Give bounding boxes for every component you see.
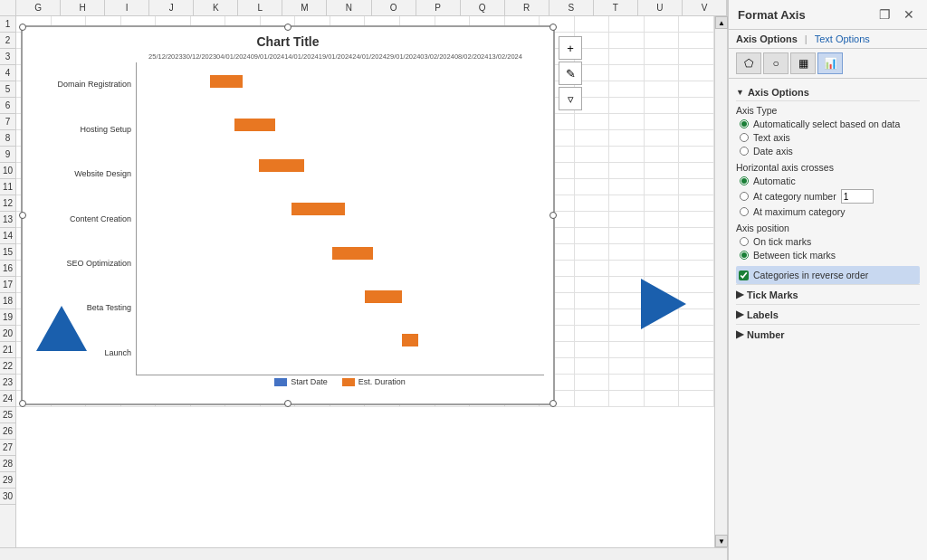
tab-axis-options[interactable]: Axis Options xyxy=(736,33,798,44)
handle-bl[interactable] xyxy=(19,400,26,407)
row-9: 9 xyxy=(0,147,15,163)
crosses-at-category[interactable]: At category number xyxy=(740,189,920,204)
col-K: K xyxy=(194,0,238,15)
axis-options-section-header[interactable]: ▼ Axis Options xyxy=(736,84,920,101)
tick-marks-arrow: ▶ xyxy=(736,289,743,300)
crosses-at-max[interactable]: At maximum category xyxy=(740,206,920,217)
handle-br[interactable] xyxy=(550,400,557,407)
panel-close-btn[interactable]: ✕ xyxy=(900,7,918,22)
chart-plot xyxy=(136,62,544,375)
number-arrow: ▶ xyxy=(736,328,743,340)
axis-type-auto-label: Automatically select based on data xyxy=(753,119,900,129)
position-on-ticks-label: On tick marks xyxy=(753,236,811,247)
gantt-bar-6 xyxy=(402,334,418,346)
y-label-4: SEO Optimization xyxy=(32,259,131,269)
axis-position-label: Axis position xyxy=(736,223,920,233)
categories-reverse-label[interactable]: Categories in reverse order xyxy=(739,270,917,280)
crosses-at-max-radio[interactable] xyxy=(740,207,749,216)
labels-arrow: ▶ xyxy=(736,308,743,320)
col-U: U xyxy=(638,0,683,15)
col-L: L xyxy=(238,0,282,15)
col-P: P xyxy=(416,0,461,15)
handle-tm[interactable] xyxy=(284,24,291,31)
tick-marks-section[interactable]: ▶ Tick Marks xyxy=(736,284,920,304)
tab-text-options[interactable]: Text Options xyxy=(815,33,870,44)
axis-type-group: Axis Type Automatically select based on … xyxy=(736,105,920,157)
col-Q: Q xyxy=(461,0,505,15)
axis-options-collapse-icon: ▼ xyxy=(736,88,744,97)
crosses-automatic[interactable]: Automatic xyxy=(740,176,920,186)
chart-styles-btn[interactable]: ✎ xyxy=(559,62,582,85)
y-label-0: Domain Registration xyxy=(32,80,131,90)
row-6: 6 xyxy=(0,98,15,114)
x-axis-dates: 25/12/202330/12/202304/01/202409/01/2024… xyxy=(127,51,544,62)
col-M: M xyxy=(282,0,327,15)
axis-type-date[interactable]: Date axis xyxy=(740,146,920,157)
position-between-ticks[interactable]: Between tick marks xyxy=(740,250,920,261)
crosses-at-category-radio[interactable] xyxy=(740,192,749,201)
axis-type-text-label: Text axis xyxy=(753,132,790,143)
row-28: 28 xyxy=(0,456,15,472)
categories-reverse-checkbox[interactable] xyxy=(739,271,749,280)
h-axis-crosses-radios: Automatic At category number At maximum … xyxy=(740,176,920,217)
gantt-bar-5 xyxy=(365,290,402,303)
row-2: 2 xyxy=(0,33,15,49)
col-T: T xyxy=(594,0,638,15)
chart-inner: Domain Registration Hosting Setup Websit… xyxy=(23,62,553,375)
row-11: 11 xyxy=(0,179,15,195)
gantt-bar-4 xyxy=(332,247,373,260)
gantt-bar-2 xyxy=(259,159,304,172)
y-label-3: Content Creation xyxy=(32,214,131,224)
axis-options-label: Axis Options xyxy=(748,87,809,98)
h-axis-crosses-label: Horizontal axis crosses xyxy=(736,162,920,173)
row-12: 12 xyxy=(0,195,15,212)
categories-reverse-text: Categories in reverse order xyxy=(753,270,868,280)
legend-start-date: Start Date xyxy=(274,377,328,386)
handle-tl[interactable] xyxy=(19,24,26,31)
handle-bm[interactable] xyxy=(284,400,291,407)
handle-tr[interactable] xyxy=(550,24,557,31)
icon-pentagon-btn[interactable]: ⬠ xyxy=(736,52,761,74)
categories-reverse-container: Categories in reverse order xyxy=(736,266,920,284)
number-section[interactable]: ▶ Number xyxy=(736,324,920,344)
gantt-bar-0 xyxy=(210,75,243,88)
col-V: V xyxy=(683,0,727,15)
icon-bar-chart-btn[interactable]: 📊 xyxy=(817,52,843,74)
handle-ml[interactable] xyxy=(19,212,26,219)
h-scrollbar[interactable] xyxy=(0,548,727,561)
chart-container[interactable]: Chart Title 25/12/202330/12/202304/01/20… xyxy=(21,25,555,405)
v-scrollbar[interactable]: ▲ ▼ xyxy=(714,16,727,547)
axis-type-text[interactable]: Text axis xyxy=(740,132,920,143)
position-on-ticks[interactable]: On tick marks xyxy=(740,236,920,247)
position-on-ticks-radio[interactable] xyxy=(740,237,749,246)
col-headers: G H I J K L M N O P Q R S T U V xyxy=(0,0,727,16)
number-label: Number xyxy=(747,329,785,340)
scroll-up-btn[interactable]: ▲ xyxy=(715,16,728,29)
row-25: 25 xyxy=(0,407,15,423)
legend-duration-label: Est. Duration xyxy=(358,377,406,386)
chart-filters-btn[interactable]: ▿ xyxy=(559,87,582,110)
row-24: 24 xyxy=(0,391,15,407)
axis-type-text-radio[interactable] xyxy=(740,133,749,142)
position-between-ticks-radio[interactable] xyxy=(740,251,749,260)
chart-tools: + ✎ ▿ xyxy=(559,36,582,110)
row-5: 5 xyxy=(0,81,15,98)
chart-elements-btn[interactable]: + xyxy=(559,36,582,60)
axis-type-auto-radio[interactable] xyxy=(740,119,749,128)
axis-type-date-radio[interactable] xyxy=(740,147,749,156)
icon-circle-btn[interactable]: ○ xyxy=(763,52,788,74)
tick-marks-label: Tick Marks xyxy=(747,289,798,300)
crosses-at-category-input[interactable] xyxy=(841,189,874,204)
crosses-auto-radio[interactable] xyxy=(740,176,749,185)
icon-size-btn[interactable]: ▦ xyxy=(790,52,816,74)
handle-mr[interactable] xyxy=(550,212,557,219)
row-22: 22 xyxy=(0,358,15,375)
row-8: 8 xyxy=(0,130,15,147)
row-3: 3 xyxy=(0,49,15,65)
axis-type-auto[interactable]: Automatically select based on data xyxy=(740,119,920,129)
labels-section[interactable]: ▶ Labels xyxy=(736,304,920,324)
scroll-down-btn[interactable]: ▼ xyxy=(715,535,728,547)
position-between-ticks-label: Between tick marks xyxy=(753,250,836,261)
row-1: 1 xyxy=(0,16,15,33)
panel-resize-btn[interactable]: ❐ xyxy=(875,7,894,22)
